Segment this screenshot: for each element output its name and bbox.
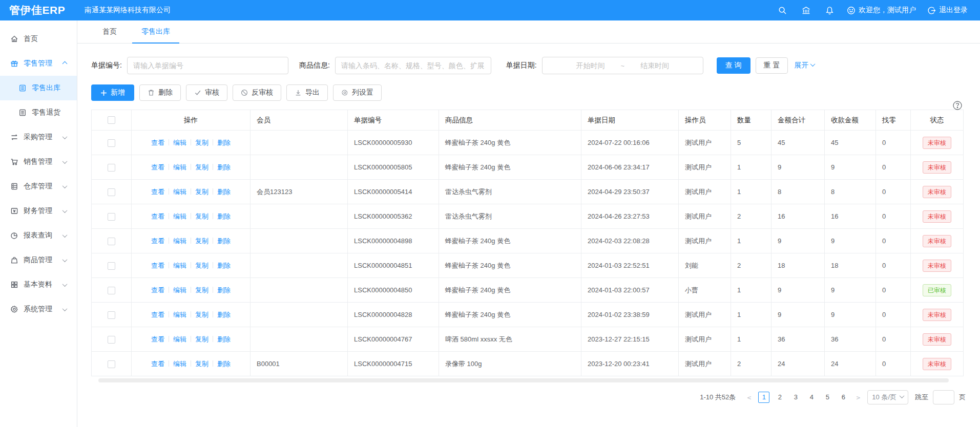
action-copy[interactable]: 复制 [195,139,208,146]
prev-page-arrow[interactable]: < [744,394,754,401]
action-edit[interactable]: 编辑 [173,139,186,146]
action-view[interactable]: 查看 [151,237,164,245]
page-size-select[interactable]: 10 条/页 [867,390,908,404]
sidebar-group-finance[interactable]: 财务管理 [0,199,77,223]
action-delete[interactable]: 删除 [217,237,231,245]
row-checkbox[interactable] [108,188,115,196]
search-icon[interactable] [776,4,788,16]
page-number-3[interactable]: 3 [790,392,801,403]
select-all-checkbox[interactable] [108,116,115,124]
tab-retail-outbound[interactable]: 零售出库 [129,20,182,43]
action-edit[interactable]: 编辑 [173,262,186,269]
row-checkbox[interactable] [108,360,115,368]
horizontal-scrollbar[interactable] [98,378,949,382]
column-settings-label: 列设置 [352,88,373,97]
action-delete[interactable]: 删除 [217,163,231,171]
expand-link[interactable]: 展开 [794,61,815,70]
action-copy[interactable]: 复制 [195,311,208,318]
action-copy[interactable]: 复制 [195,163,208,171]
delete-button[interactable]: 删除 [139,84,181,101]
action-copy[interactable]: 复制 [195,212,208,220]
action-edit[interactable]: 编辑 [173,311,186,318]
action-delete[interactable]: 删除 [217,360,231,368]
action-copy[interactable]: 复制 [195,188,208,196]
sidebar-group-system[interactable]: 系统管理 [0,297,77,322]
end-date-input[interactable] [627,61,683,70]
action-copy[interactable]: 复制 [195,237,208,245]
help-icon[interactable] [952,100,963,113]
action-view[interactable]: 查看 [151,188,164,196]
action-copy[interactable]: 复制 [195,335,208,343]
action-view[interactable]: 查看 [151,212,164,220]
action-delete[interactable]: 删除 [217,262,231,269]
sidebar-item-retail-return[interactable]: 零售退货 [0,100,77,125]
action-edit[interactable]: 编辑 [173,212,186,220]
action-delete[interactable]: 删除 [217,139,231,146]
action-delete[interactable]: 删除 [217,188,231,196]
action-edit[interactable]: 编辑 [173,163,186,171]
sidebar-group-reports[interactable]: 报表查询 [0,223,77,248]
row-checkbox[interactable] [108,336,115,344]
action-copy[interactable]: 复制 [195,360,208,368]
action-edit[interactable]: 编辑 [173,360,186,368]
add-button[interactable]: 新增 [91,84,134,101]
sidebar-group-warehouse[interactable]: 仓库管理 [0,174,77,199]
action-view[interactable]: 查看 [151,335,164,343]
tenant-icon[interactable] [800,4,812,16]
logout-button[interactable]: 退出登录 [927,6,968,15]
page-number-4[interactable]: 4 [806,392,817,403]
action-edit[interactable]: 编辑 [173,335,186,343]
row-checkbox[interactable] [108,213,115,221]
action-view[interactable]: 查看 [151,163,164,171]
order-no-input[interactable] [127,57,288,74]
row-checkbox[interactable] [108,311,115,319]
row-checkbox[interactable] [108,238,115,245]
action-view[interactable]: 查看 [151,286,164,294]
product-info-input[interactable] [335,57,491,74]
page-number-1[interactable]: 1 [758,392,769,403]
sidebar-group-goods[interactable]: 商品管理 [0,248,77,272]
sidebar-group-basic-data[interactable]: 基本资料 [0,272,77,297]
sidebar-group-purchase[interactable]: 采购管理 [0,125,77,150]
page-size-value: 10 条/页 [872,393,896,402]
action-copy[interactable]: 复制 [195,262,208,269]
page-number-5[interactable]: 5 [822,392,833,403]
table-row: 查看编辑复制删除 LSCK00000004898 蜂蜜柚子茶 240g 黄色 2… [92,229,964,253]
row-checkbox[interactable] [108,262,115,270]
action-edit[interactable]: 编辑 [173,286,186,294]
user-menu[interactable]: 欢迎您，测试用户 [847,6,916,15]
reset-button[interactable]: 重 置 [756,57,788,74]
action-view[interactable]: 查看 [151,262,164,269]
jump-page-input[interactable] [933,390,954,404]
sidebar-group-retail[interactable]: 零售管理 [0,51,77,76]
action-view[interactable]: 查看 [151,311,164,318]
action-copy[interactable]: 复制 [195,286,208,294]
column-settings-button[interactable]: 列设置 [333,84,382,101]
action-delete[interactable]: 删除 [217,311,231,318]
tab-home[interactable]: 首页 [90,20,129,43]
start-date-input[interactable] [562,61,618,70]
action-view[interactable]: 查看 [151,360,164,368]
page-number-6[interactable]: 6 [838,392,849,403]
action-delete[interactable]: 删除 [217,286,231,294]
query-button[interactable]: 查 询 [717,57,750,74]
row-checkbox[interactable] [108,287,115,294]
action-view[interactable]: 查看 [151,139,164,146]
page-number-2[interactable]: 2 [774,392,785,403]
date-range-picker[interactable]: ~ [542,57,703,74]
next-page-arrow[interactable]: > [853,394,863,401]
action-edit[interactable]: 编辑 [173,188,186,196]
action-edit[interactable]: 编辑 [173,237,186,245]
unaudit-button[interactable]: 反审核 [233,84,281,101]
action-delete[interactable]: 删除 [217,212,231,220]
sidebar-item-home[interactable]: 首页 [0,27,77,51]
sidebar-group-sales[interactable]: 销售管理 [0,150,77,174]
sidebar-item-retail-outbound[interactable]: 零售出库 [0,76,77,100]
row-checkbox[interactable] [108,139,115,147]
action-delete[interactable]: 删除 [217,335,231,343]
notification-bell-icon[interactable] [823,4,836,16]
row-checkbox[interactable] [108,164,115,172]
audit-button[interactable]: 审核 [186,84,227,101]
check-icon [194,89,201,96]
export-button[interactable]: 导出 [286,84,328,101]
